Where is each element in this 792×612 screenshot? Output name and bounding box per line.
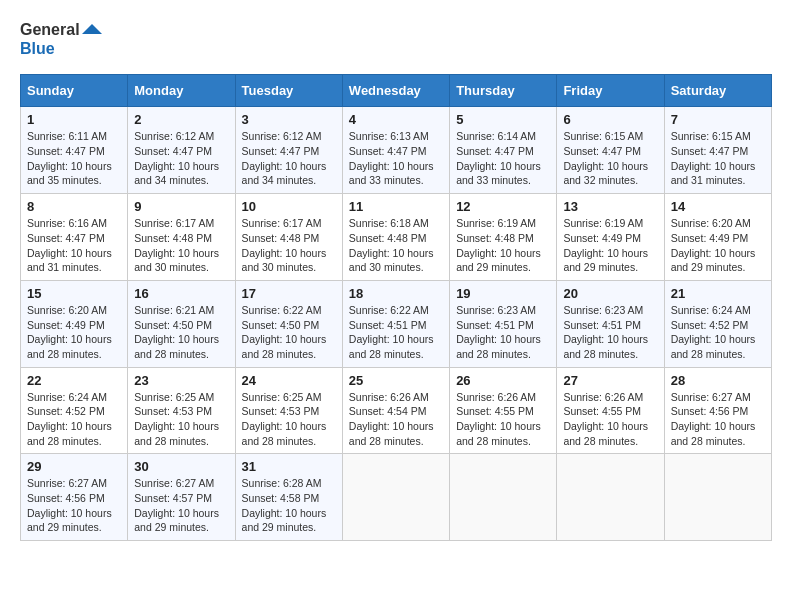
day-number: 15 — [27, 286, 121, 301]
logo-text: General Blue — [20, 20, 102, 58]
sunset-label: Sunset: 4:54 PM — [349, 405, 427, 417]
daylight-label: Daylight: 10 hours and 28 minutes. — [242, 333, 327, 360]
sunrise-label: Sunrise: 6:19 AM — [456, 217, 536, 229]
daylight-label: Daylight: 10 hours and 30 minutes. — [349, 247, 434, 274]
day-number: 4 — [349, 112, 443, 127]
calendar-day-cell: 28 Sunrise: 6:27 AM Sunset: 4:56 PM Dayl… — [664, 367, 771, 454]
sunset-label: Sunset: 4:51 PM — [349, 319, 427, 331]
calendar-day-cell: 31 Sunrise: 6:28 AM Sunset: 4:58 PM Dayl… — [235, 454, 342, 541]
day-info: Sunrise: 6:12 AM Sunset: 4:47 PM Dayligh… — [134, 129, 228, 188]
daylight-label: Daylight: 10 hours and 29 minutes. — [27, 507, 112, 534]
daylight-label: Daylight: 10 hours and 28 minutes. — [671, 420, 756, 447]
calendar-day-cell: 3 Sunrise: 6:12 AM Sunset: 4:47 PM Dayli… — [235, 107, 342, 194]
sunrise-label: Sunrise: 6:19 AM — [563, 217, 643, 229]
sunrise-label: Sunrise: 6:26 AM — [349, 391, 429, 403]
day-number: 10 — [242, 199, 336, 214]
day-number: 31 — [242, 459, 336, 474]
day-info: Sunrise: 6:16 AM Sunset: 4:47 PM Dayligh… — [27, 216, 121, 275]
weekday-header-cell: Tuesday — [235, 75, 342, 107]
calendar-day-cell: 30 Sunrise: 6:27 AM Sunset: 4:57 PM Dayl… — [128, 454, 235, 541]
day-info: Sunrise: 6:15 AM Sunset: 4:47 PM Dayligh… — [563, 129, 657, 188]
daylight-label: Daylight: 10 hours and 34 minutes. — [242, 160, 327, 187]
sunrise-label: Sunrise: 6:28 AM — [242, 477, 322, 489]
sunrise-label: Sunrise: 6:20 AM — [27, 304, 107, 316]
day-number: 5 — [456, 112, 550, 127]
sunset-label: Sunset: 4:52 PM — [27, 405, 105, 417]
sunrise-label: Sunrise: 6:12 AM — [134, 130, 214, 142]
calendar-day-cell — [557, 454, 664, 541]
sunrise-label: Sunrise: 6:25 AM — [242, 391, 322, 403]
day-number: 22 — [27, 373, 121, 388]
sunrise-label: Sunrise: 6:24 AM — [27, 391, 107, 403]
sunrise-label: Sunrise: 6:22 AM — [242, 304, 322, 316]
daylight-label: Daylight: 10 hours and 29 minutes. — [563, 247, 648, 274]
daylight-label: Daylight: 10 hours and 35 minutes. — [27, 160, 112, 187]
day-info: Sunrise: 6:21 AM Sunset: 4:50 PM Dayligh… — [134, 303, 228, 362]
day-number: 2 — [134, 112, 228, 127]
day-info: Sunrise: 6:26 AM Sunset: 4:55 PM Dayligh… — [456, 390, 550, 449]
weekday-header-cell: Wednesday — [342, 75, 449, 107]
day-info: Sunrise: 6:12 AM Sunset: 4:47 PM Dayligh… — [242, 129, 336, 188]
sunset-label: Sunset: 4:52 PM — [671, 319, 749, 331]
calendar-day-cell: 8 Sunrise: 6:16 AM Sunset: 4:47 PM Dayli… — [21, 194, 128, 281]
day-info: Sunrise: 6:19 AM Sunset: 4:48 PM Dayligh… — [456, 216, 550, 275]
daylight-label: Daylight: 10 hours and 29 minutes. — [242, 507, 327, 534]
day-number: 21 — [671, 286, 765, 301]
sunset-label: Sunset: 4:51 PM — [563, 319, 641, 331]
day-info: Sunrise: 6:19 AM Sunset: 4:49 PM Dayligh… — [563, 216, 657, 275]
logo: General Blue — [20, 20, 102, 58]
sunset-label: Sunset: 4:48 PM — [349, 232, 427, 244]
day-number: 26 — [456, 373, 550, 388]
weekday-header-cell: Thursday — [450, 75, 557, 107]
sunrise-label: Sunrise: 6:27 AM — [134, 477, 214, 489]
day-number: 3 — [242, 112, 336, 127]
daylight-label: Daylight: 10 hours and 28 minutes. — [563, 420, 648, 447]
daylight-label: Daylight: 10 hours and 28 minutes. — [27, 420, 112, 447]
day-info: Sunrise: 6:17 AM Sunset: 4:48 PM Dayligh… — [134, 216, 228, 275]
day-number: 8 — [27, 199, 121, 214]
weekday-header-cell: Saturday — [664, 75, 771, 107]
sunset-label: Sunset: 4:49 PM — [27, 319, 105, 331]
day-info: Sunrise: 6:27 AM Sunset: 4:56 PM Dayligh… — [671, 390, 765, 449]
sunrise-label: Sunrise: 6:16 AM — [27, 217, 107, 229]
calendar-day-cell: 29 Sunrise: 6:27 AM Sunset: 4:56 PM Dayl… — [21, 454, 128, 541]
calendar-day-cell: 2 Sunrise: 6:12 AM Sunset: 4:47 PM Dayli… — [128, 107, 235, 194]
sunset-label: Sunset: 4:51 PM — [456, 319, 534, 331]
day-number: 12 — [456, 199, 550, 214]
daylight-label: Daylight: 10 hours and 28 minutes. — [349, 333, 434, 360]
daylight-label: Daylight: 10 hours and 29 minutes. — [456, 247, 541, 274]
daylight-label: Daylight: 10 hours and 31 minutes. — [27, 247, 112, 274]
calendar-day-cell: 18 Sunrise: 6:22 AM Sunset: 4:51 PM Dayl… — [342, 280, 449, 367]
day-number: 1 — [27, 112, 121, 127]
day-info: Sunrise: 6:28 AM Sunset: 4:58 PM Dayligh… — [242, 476, 336, 535]
sunset-label: Sunset: 4:53 PM — [242, 405, 320, 417]
sunrise-label: Sunrise: 6:14 AM — [456, 130, 536, 142]
daylight-label: Daylight: 10 hours and 28 minutes. — [134, 333, 219, 360]
daylight-label: Daylight: 10 hours and 28 minutes. — [27, 333, 112, 360]
sunset-label: Sunset: 4:58 PM — [242, 492, 320, 504]
sunset-label: Sunset: 4:56 PM — [671, 405, 749, 417]
calendar-day-cell: 11 Sunrise: 6:18 AM Sunset: 4:48 PM Dayl… — [342, 194, 449, 281]
day-info: Sunrise: 6:27 AM Sunset: 4:56 PM Dayligh… — [27, 476, 121, 535]
day-number: 30 — [134, 459, 228, 474]
day-info: Sunrise: 6:14 AM Sunset: 4:47 PM Dayligh… — [456, 129, 550, 188]
day-info: Sunrise: 6:23 AM Sunset: 4:51 PM Dayligh… — [456, 303, 550, 362]
calendar-day-cell — [664, 454, 771, 541]
sunset-label: Sunset: 4:57 PM — [134, 492, 212, 504]
day-info: Sunrise: 6:20 AM Sunset: 4:49 PM Dayligh… — [671, 216, 765, 275]
day-info: Sunrise: 6:18 AM Sunset: 4:48 PM Dayligh… — [349, 216, 443, 275]
daylight-label: Daylight: 10 hours and 29 minutes. — [134, 507, 219, 534]
calendar-table: SundayMondayTuesdayWednesdayThursdayFrid… — [20, 74, 772, 541]
sunrise-label: Sunrise: 6:20 AM — [671, 217, 751, 229]
calendar-day-cell: 5 Sunrise: 6:14 AM Sunset: 4:47 PM Dayli… — [450, 107, 557, 194]
calendar-day-cell: 27 Sunrise: 6:26 AM Sunset: 4:55 PM Dayl… — [557, 367, 664, 454]
day-number: 24 — [242, 373, 336, 388]
calendar-week-row: 8 Sunrise: 6:16 AM Sunset: 4:47 PM Dayli… — [21, 194, 772, 281]
day-info: Sunrise: 6:24 AM Sunset: 4:52 PM Dayligh… — [27, 390, 121, 449]
calendar-day-cell: 6 Sunrise: 6:15 AM Sunset: 4:47 PM Dayli… — [557, 107, 664, 194]
sunset-label: Sunset: 4:47 PM — [349, 145, 427, 157]
calendar-day-cell: 13 Sunrise: 6:19 AM Sunset: 4:49 PM Dayl… — [557, 194, 664, 281]
calendar-day-cell: 10 Sunrise: 6:17 AM Sunset: 4:48 PM Dayl… — [235, 194, 342, 281]
sunrise-label: Sunrise: 6:13 AM — [349, 130, 429, 142]
sunrise-label: Sunrise: 6:17 AM — [242, 217, 322, 229]
